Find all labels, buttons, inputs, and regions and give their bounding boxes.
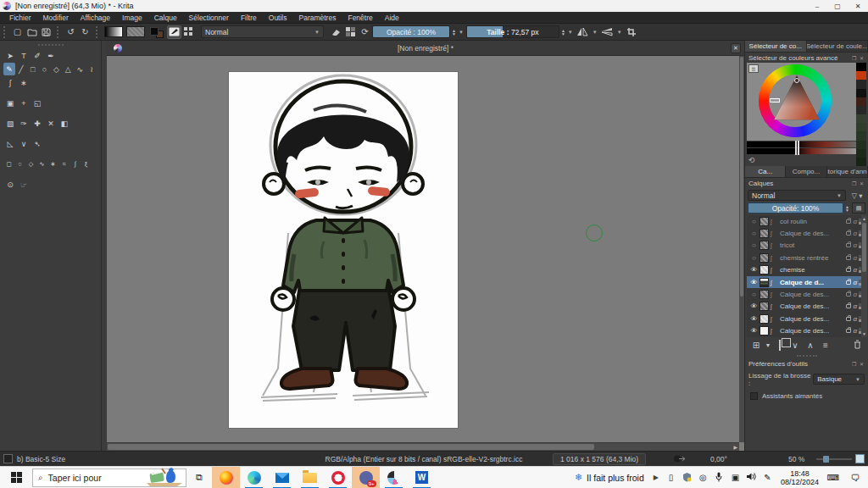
brush-preset-icon[interactable] [3,454,13,463]
volume-icon[interactable] [743,472,760,483]
fit-to-view-icon[interactable] [855,454,865,463]
canvas-page[interactable] [229,72,458,428]
taskbar-krita-icon[interactable] [380,467,408,488]
colorize-mask-tool-icon[interactable]: ✕ [44,117,58,130]
measure-tool-icon[interactable]: ∨ [17,137,31,150]
magnetic-selection-tool-icon[interactable]: ξ [81,158,92,170]
shade-marker-2[interactable] [795,147,799,155]
task-view-icon[interactable]: ⧉ [186,472,212,483]
zoom-slider-knob[interactable] [823,456,829,463]
mirror-horizontal-icon[interactable] [576,25,590,39]
bezier-curve-tool-icon[interactable]: ∿ [74,63,86,75]
alpha-lock-icon[interactable]: α [853,279,857,286]
redo-icon[interactable]: ↻ [78,25,92,39]
snap-to-assistants-checkbox[interactable] [750,392,758,400]
document-close-icon[interactable]: ✕ [731,43,741,53]
edit-shapes-tool-icon[interactable]: ✐ [31,49,44,62]
lock-icon[interactable] [846,268,851,272]
microphone-icon[interactable] [711,472,727,484]
fill-tool-icon[interactable]: ◧ [58,117,71,130]
zoom-percentage[interactable]: 50 % [788,455,804,463]
lock-icon[interactable] [846,292,851,297]
inherit-alpha-icon[interactable]: ʃ [771,267,778,273]
contiguous-selection-tool-icon[interactable]: ∗ [47,158,58,170]
layer-row[interactable]: ○ ʃ tricot α [747,240,866,252]
menu-modifier[interactable]: Modifier [37,14,75,22]
visibility-off-icon[interactable]: ○ [748,230,760,237]
alpha-lock-icon[interactable]: α [853,302,857,310]
taskbar-search-input[interactable]: ⌕ Taper ici pour [32,469,186,487]
taskbar-opera-icon[interactable] [324,467,352,488]
polygonal-selection-tool-icon[interactable]: ◇ [25,158,36,170]
security-shield-icon[interactable] [679,472,695,484]
ellipse-tool-icon[interactable]: ○ [39,63,51,75]
inherit-alpha-icon[interactable]: ʃ [771,255,778,261]
update-tray-icon[interactable]: ◎ [695,473,711,482]
alpha-lock-icon[interactable]: α [853,315,857,323]
open-document-icon[interactable] [25,25,39,39]
crop-tool-icon[interactable]: ◱ [31,97,44,109]
tab-compositions[interactable]: Compo... [786,166,826,177]
layer-row[interactable]: ○ ʃ col roulin α [747,215,866,227]
tab-layers[interactable]: Ca... [745,166,786,177]
layer-options-icon[interactable]: ▤ [852,202,865,214]
visibility-on-icon[interactable]: 👁 [748,302,760,310]
layer-list-scrollbar[interactable]: ▲ ▼ [861,215,867,337]
rectangle-tool-icon[interactable]: □ [27,63,39,75]
size-spinner[interactable]: ▲▼ [561,29,565,36]
undo-icon[interactable]: ↺ [64,25,78,39]
brush-smoothing-select[interactable]: Basique ▼ [813,374,865,385]
layer-opacity-spinner[interactable]: ▲▼ [845,205,849,212]
layer-row[interactable]: ○ ʃ Calque de des... α [747,288,866,300]
taskbar-file-explorer-icon[interactable] [296,467,324,488]
inherit-alpha-icon[interactable]: ʃ [771,316,778,322]
layer-name[interactable]: Calque de des... [778,327,846,335]
layer-row[interactable]: 👁 ʃ chemise α [747,264,866,276]
layer-name[interactable]: Calque de d... [778,279,846,286]
menu-selectionner[interactable]: Sélectionner [183,14,235,22]
inherit-alpha-icon[interactable]: ʃ [771,242,778,248]
similar-color-selection-tool-icon[interactable]: ≈ [58,158,70,170]
clock-widget[interactable]: 18:48 08/12/2024 [776,469,824,486]
alpha-lock-icon[interactable]: α [853,327,857,335]
layer-name[interactable]: Calque de des... [778,291,846,298]
layer-row[interactable]: 👁 ʃ Calque de des... α [747,313,866,324]
scroll-up-icon[interactable]: ▲ [861,215,867,222]
search-highlight-illustration[interactable] [145,466,184,486]
taskbar-edge-icon[interactable] [240,467,268,488]
preserve-alpha-icon[interactable] [343,25,358,39]
freehand-path-tool-icon[interactable]: ≀ [86,63,97,75]
trim-canvas-icon[interactable] [625,25,639,39]
layer-name[interactable]: chemise rentrée [778,254,846,262]
eraser-mode-icon[interactable] [329,25,343,39]
lock-icon[interactable] [846,243,851,247]
lock-icon[interactable] [846,256,851,260]
scroll-right-arrow-icon[interactable]: ▶ [733,443,737,451]
layer-name[interactable]: Calque de des... [778,302,846,310]
canvas-rotation-angle[interactable]: 0,00° [710,455,727,463]
weather-widget[interactable]: ❄ Il fait plus froid [570,472,649,483]
pattern-chooser[interactable] [126,26,145,37]
freehand-brush-tool-icon[interactable]: ✎ [3,63,15,75]
freehand-selection-tool-icon[interactable]: ∿ [36,158,47,170]
layer-name[interactable]: chemise [778,266,846,274]
shade-bar-2[interactable] [747,148,856,154]
alpha-lock-icon[interactable]: α [853,230,857,237]
visibility-on-icon[interactable]: 👁 [748,279,760,286]
lock-icon[interactable] [846,280,851,285]
delete-layer-button[interactable] [849,340,865,351]
scroll-down-icon[interactable]: ▼ [861,330,867,337]
lock-icon[interactable] [846,304,851,308]
tab-specific-color-selector[interactable]: Sélecteur de coule... [807,41,868,52]
inherit-alpha-icon[interactable]: ʃ [771,230,778,236]
maximize-button[interactable]: ▢ [827,0,848,12]
color-reset-icon[interactable]: ⟲ [748,156,868,164]
inherit-alpha-icon[interactable]: ʃ [771,280,778,286]
taskbar-firefox-icon[interactable] [212,467,240,488]
alpha-lock-icon[interactable]: α [853,266,857,274]
docker-float-close-icons[interactable]: ❐ ✕ [852,55,865,61]
lock-icon[interactable] [846,329,851,333]
visibility-on-icon[interactable]: 👁 [748,327,760,335]
layer-filter-icon[interactable]: ▽ ▾ [849,190,865,201]
duplicate-layer-button[interactable] [772,341,787,350]
